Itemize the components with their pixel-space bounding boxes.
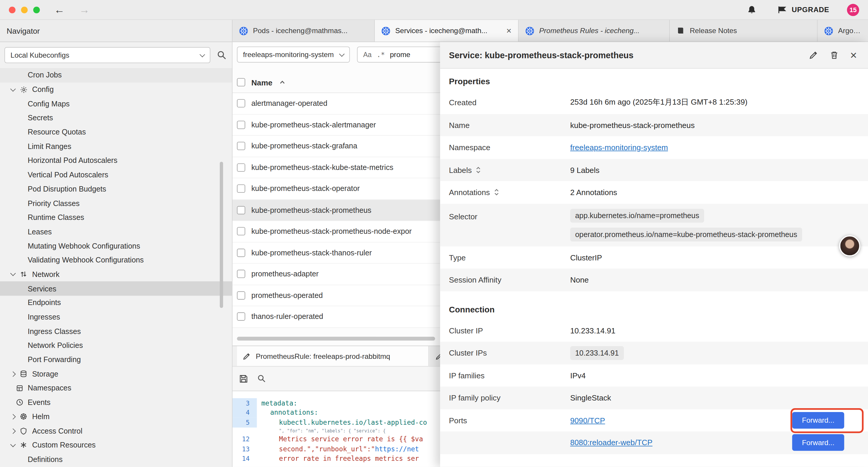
user-avatar[interactable]: [839, 235, 860, 256]
sidebar-item-config[interactable]: Config: [0, 83, 232, 97]
row-checkbox[interactable]: [237, 121, 245, 129]
sort-ascending-icon[interactable]: [279, 80, 285, 84]
sidebar-item-network-policies[interactable]: Network Policies: [0, 339, 232, 353]
property-value: 10.233.14.91: [570, 326, 615, 335]
sidebar-item-helm[interactable]: Helm: [0, 410, 232, 424]
row-checkbox[interactable]: [237, 291, 245, 299]
name-column-header[interactable]: Name: [251, 78, 272, 87]
service-name: kube-prometheus-stack-thanos-ruler: [251, 249, 372, 257]
sidebar-scrollbar[interactable]: [220, 162, 223, 308]
forward-button[interactable]: Forward...: [792, 434, 844, 451]
sidebar-item-label: Secrets: [28, 114, 53, 122]
forward-button[interactable]: Forward...: [792, 412, 844, 429]
search-input[interactable]: Aa .* prome: [357, 47, 450, 62]
sidebar-item-endpoints[interactable]: Endpoints: [0, 296, 232, 310]
tab-close-icon[interactable]: ×: [502, 26, 512, 35]
tab-argo[interactable]: Argo Se...: [817, 20, 868, 41]
tab-release-notes[interactable]: Release Notes: [670, 20, 817, 41]
sidebar-item-limit-ranges[interactable]: Limit Ranges: [0, 139, 232, 153]
property-row-ports-8080: 8080:reloader-web/TCP Forward...: [440, 432, 868, 454]
database-icon: [20, 370, 28, 378]
close-window-button[interactable]: [9, 6, 16, 13]
navigator-panel-header: Navigator: [0, 20, 232, 41]
back-icon[interactable]: ←: [54, 4, 65, 15]
sidebar-item-cron-jobs[interactable]: Cron Jobs: [0, 68, 232, 82]
maximize-window-button[interactable]: [33, 6, 39, 13]
namespace-selector[interactable]: freeleaps-monitoring-system: [237, 47, 350, 62]
expand-collapse-icon[interactable]: [476, 166, 481, 174]
row-checkbox[interactable]: [237, 99, 245, 108]
namespace-link[interactable]: freeleaps-monitoring-system: [570, 143, 668, 152]
row-checkbox[interactable]: [237, 313, 245, 321]
code-text: second.","runbook_url":"https://net: [257, 445, 419, 453]
horizontal-scrollbar[interactable]: [237, 337, 435, 341]
tab-services[interactable]: Services - icecheng@math... ×: [375, 20, 519, 41]
property-row-ip-family-policy: IP family policy SingleStack: [440, 387, 868, 409]
edit-icon[interactable]: [809, 51, 818, 60]
sidebar-item-ingresses[interactable]: Ingresses: [0, 310, 232, 324]
sidebar-item-resource-quotas[interactable]: Resource Quotas: [0, 125, 232, 139]
code-text: annotations:: [257, 409, 318, 416]
property-row-cluster-ip: Cluster IP 10.233.14.91: [440, 319, 868, 342]
row-checkbox[interactable]: [237, 142, 245, 150]
row-checkbox[interactable]: [237, 163, 245, 171]
sidebar-search-icon[interactable]: [217, 51, 226, 60]
notification-badge[interactable]: 15: [847, 4, 859, 16]
close-icon[interactable]: ×: [850, 49, 857, 61]
save-icon[interactable]: [239, 374, 248, 383]
sidebar-item-runtime-classes[interactable]: Runtime Classes: [0, 210, 232, 225]
select-all-checkbox[interactable]: [237, 78, 245, 86]
row-checkbox[interactable]: [237, 270, 245, 278]
sidebar-item-label: Storage: [32, 370, 59, 378]
sidebar-item-config-maps[interactable]: Config Maps: [0, 97, 232, 111]
sidebar-item-pod-disruption-budgets[interactable]: Pod Disruption Budgets: [0, 182, 232, 196]
property-value: IPv4: [570, 371, 586, 380]
trash-icon[interactable]: [830, 51, 838, 60]
tab-pods[interactable]: Pods - icecheng@mathmas...: [232, 20, 375, 41]
forward-icon[interactable]: →: [79, 4, 90, 15]
match-case-toggle[interactable]: Aa: [363, 51, 372, 58]
sidebar-item-custom-resources[interactable]: Custom Resources: [0, 438, 232, 452]
upgrade-button[interactable]: UPGRADE: [777, 6, 829, 14]
sidebar-item-access-control[interactable]: Access Control: [0, 424, 232, 438]
port-link-8080[interactable]: 8080:reloader-web/TCP: [570, 438, 653, 447]
sidebar-item-services[interactable]: Services: [0, 282, 232, 296]
cluster-ip-badge: 10.233.14.91: [570, 346, 624, 360]
sidebar-item-secrets[interactable]: Secrets: [0, 111, 232, 125]
sidebar-item-network[interactable]: Network: [0, 267, 232, 282]
sidebar-item-events[interactable]: Events: [0, 395, 232, 409]
property-row-session-affinity: Session Affinity None: [440, 269, 868, 291]
editor-search-icon[interactable]: [257, 375, 266, 383]
bell-icon[interactable]: [747, 5, 756, 14]
row-checkbox[interactable]: [237, 249, 245, 257]
row-checkbox[interactable]: [237, 206, 245, 214]
sidebar-item-vertical-pod-autoscalers[interactable]: Vertical Pod Autoscalers: [0, 168, 232, 182]
sidebar-item-storage[interactable]: Storage: [0, 367, 232, 381]
sidebar-item-namespaces[interactable]: Namespaces: [0, 381, 232, 395]
sidebar-item-horizontal-pod-autoscalers[interactable]: Horizontal Pod Autoscalers: [0, 153, 232, 168]
row-checkbox[interactable]: [237, 227, 245, 236]
port-link-9090[interactable]: 9090/TCP: [570, 416, 605, 425]
regex-toggle[interactable]: .*: [377, 51, 385, 59]
tab-prometheus-rules[interactable]: Prometheus Rules - icecheng...: [519, 20, 670, 41]
sidebar-item-port-forwarding[interactable]: Port Forwarding: [0, 353, 232, 367]
minimize-window-button[interactable]: [21, 6, 28, 13]
dock-tab-prometheusrule[interactable]: PrometheusRule: freeleaps-prod-rabbitmq: [237, 346, 429, 366]
property-row-created: Created 253d 16h 6m ago (2025年1月13日 GMT+…: [440, 91, 868, 114]
sidebar-item-leases[interactable]: Leases: [0, 225, 232, 239]
sidebar-item-validating-webhook-configurations[interactable]: Validating Webhook Configurations: [0, 253, 232, 267]
sidebar-item-definitions[interactable]: Definitions: [0, 452, 232, 466]
drawer-actions: ×: [809, 49, 857, 61]
window-titlebar: ← → UPGRADE 15: [0, 0, 868, 20]
sidebar-item-priority-classes[interactable]: Priority Classes: [0, 196, 232, 210]
property-label: Namespace: [449, 143, 490, 152]
code-url: https://net: [375, 445, 419, 453]
sidebar-item-label: Resource Quotas: [28, 128, 86, 136]
row-checkbox[interactable]: [237, 184, 245, 193]
kubeconfig-selector[interactable]: Local Kubeconfigs: [4, 47, 210, 63]
sidebar-item-ingress-classes[interactable]: Ingress Classes: [0, 324, 232, 339]
expand-collapse-icon[interactable]: [494, 188, 499, 196]
tab-label: Prometheus Rules - icecheng...: [539, 27, 640, 35]
chevron-right-icon: [10, 414, 16, 419]
sidebar-item-mutating-webhook-configurations[interactable]: Mutating Webhook Configurations: [0, 239, 232, 253]
